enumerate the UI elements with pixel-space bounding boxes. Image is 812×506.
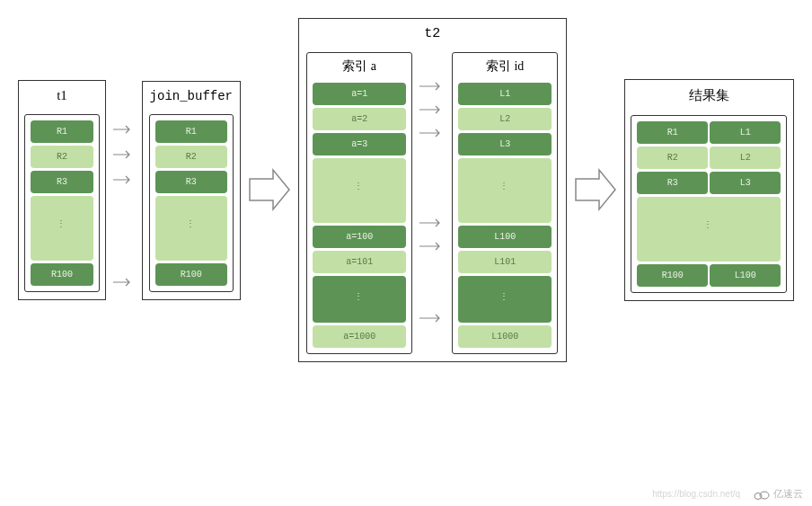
title-t1: t1 bbox=[57, 88, 67, 103]
result-row: R2 L2 bbox=[637, 146, 781, 169]
result-cell: L100 bbox=[710, 264, 781, 287]
logo-watermark: 亿速云 bbox=[753, 487, 803, 501]
result-cell: R3 bbox=[637, 172, 708, 194]
idxa-row: a=2 bbox=[313, 108, 406, 130]
idxa-row: a=1 bbox=[313, 83, 406, 105]
t1-row: R2 bbox=[31, 146, 93, 168]
result-ellipsis: ⋮ bbox=[637, 197, 781, 262]
idxid-row: L3 bbox=[458, 133, 552, 155]
big-arrow-icon bbox=[248, 163, 291, 217]
result-cell: L3 bbox=[710, 172, 781, 194]
big-arrow-1 bbox=[248, 163, 291, 218]
result-cell: R2 bbox=[637, 146, 708, 169]
result-cell: L1 bbox=[710, 121, 781, 144]
inner-result: R1 L1 R2 L2 R3 L3 ⋮ R100 L100 bbox=[631, 115, 787, 293]
arrow-icon bbox=[419, 313, 445, 324]
idxid-row: L101 bbox=[458, 251, 552, 273]
idxid-row: L100 bbox=[458, 226, 552, 248]
arrow-icon bbox=[113, 124, 135, 135]
idxa-row: a=100 bbox=[313, 226, 406, 248]
jb-row: R1 bbox=[155, 120, 227, 143]
cloud-icon bbox=[753, 488, 771, 501]
title-index-id: 索引 id bbox=[486, 58, 524, 75]
big-arrow-2 bbox=[574, 163, 617, 218]
title-result: 结果集 bbox=[689, 87, 729, 104]
idxid-row: L1 bbox=[458, 83, 552, 105]
watermark-text: 亿速云 bbox=[773, 488, 803, 499]
arrow-icon bbox=[419, 217, 445, 228]
jb-row: R2 bbox=[155, 146, 227, 168]
url-watermark: https://blog.csdn.net/q bbox=[652, 489, 740, 499]
jb-ellipsis: ⋮ bbox=[155, 196, 227, 261]
result-row-last: R100 L100 bbox=[637, 264, 781, 287]
idxid-row-last: L1000 bbox=[458, 325, 552, 348]
idxa-ellipsis: ⋮ bbox=[313, 276, 406, 323]
box-t1: t1 R1 R2 R3 ⋮ R100 bbox=[18, 80, 106, 300]
idxa-ellipsis: ⋮ bbox=[313, 158, 406, 223]
inner-t1: R1 R2 R3 ⋮ R100 bbox=[24, 114, 100, 292]
result-cell: R1 bbox=[637, 121, 708, 144]
inner-join-buffer: R1 R2 R3 ⋮ R100 bbox=[149, 114, 234, 292]
result-cell: L2 bbox=[710, 146, 781, 169]
t1-row: R1 bbox=[31, 120, 93, 143]
jb-row-last: R100 bbox=[155, 263, 227, 286]
idxid-row: L2 bbox=[458, 108, 552, 130]
box-result: 结果集 R1 L1 R2 L2 R3 L3 ⋮ R100 L100 bbox=[624, 79, 794, 301]
big-arrow-icon bbox=[574, 163, 617, 217]
title-join-buffer: join_buffer bbox=[150, 89, 233, 103]
idxid-ellipsis: ⋮ bbox=[458, 158, 552, 223]
t1-ellipsis: ⋮ bbox=[31, 196, 93, 261]
result-cell: R100 bbox=[637, 264, 708, 287]
arrow-icon bbox=[419, 104, 445, 115]
result-row: R3 L3 bbox=[637, 172, 781, 194]
arrow-icon bbox=[419, 128, 445, 138]
box-t2: t2 索引 a a=1 a=2 a=3 ⋮ a=100 a=101 ⋮ a=10… bbox=[298, 18, 567, 362]
t1-row: R3 bbox=[31, 171, 93, 193]
arrows-t1-jb bbox=[113, 93, 135, 288]
inner-index-id: 索引 id L1 L2 L3 ⋮ L100 L101 ⋮ L1000 bbox=[452, 52, 558, 354]
idxid-ellipsis: ⋮ bbox=[458, 276, 552, 323]
arrow-icon bbox=[419, 81, 445, 92]
box-join-buffer: join_buffer R1 R2 R3 ⋮ R100 bbox=[142, 81, 241, 300]
inner-index-a: 索引 a a=1 a=2 a=3 ⋮ a=100 a=101 ⋮ a=1000 bbox=[306, 52, 412, 354]
jb-row: R3 bbox=[155, 171, 227, 193]
idxa-row: a=3 bbox=[313, 133, 406, 155]
arrow-icon bbox=[113, 149, 135, 160]
arrow-icon bbox=[113, 174, 135, 185]
t1-row-last: R100 bbox=[31, 263, 93, 286]
arrow-icon bbox=[113, 277, 135, 288]
result-row: R1 L1 bbox=[637, 121, 781, 144]
idxa-row-last: a=1000 bbox=[313, 325, 406, 348]
arrows-a-id bbox=[419, 52, 445, 324]
svg-point-0 bbox=[755, 493, 762, 500]
arrow-icon bbox=[419, 241, 445, 252]
title-index-a: 索引 a bbox=[342, 58, 376, 75]
idxa-row: a=101 bbox=[313, 251, 406, 273]
title-t2: t2 bbox=[424, 26, 440, 41]
diagram-root: t1 R1 R2 R3 ⋮ R100 join_buffer R1 R2 R3 … bbox=[18, 18, 794, 362]
